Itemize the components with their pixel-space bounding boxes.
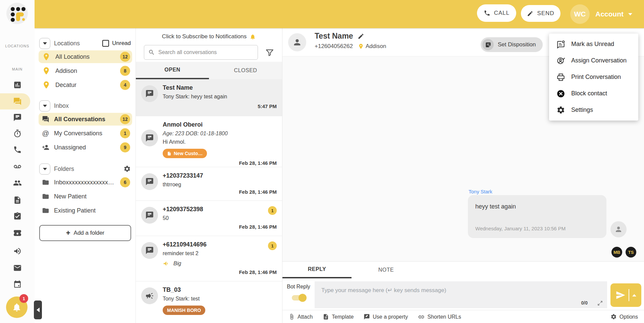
- tab-reply[interactable]: REPLY: [282, 262, 352, 278]
- location-pin-icon: [42, 66, 51, 75]
- location-item-addison[interactable]: Addison 8: [39, 64, 132, 77]
- location-item-all-locations[interactable]: All Locations 12: [39, 50, 132, 63]
- message-input[interactable]: [315, 281, 607, 308]
- voicemail-icon[interactable]: [13, 162, 22, 171]
- unread-count-badge: 1: [268, 206, 277, 215]
- documents-icon[interactable]: [13, 196, 22, 204]
- tab-closed[interactable]: CLOSED: [209, 62, 282, 79]
- search-box[interactable]: [144, 45, 258, 60]
- divider: [629, 289, 629, 301]
- unread-label: Unread: [112, 40, 131, 47]
- calendar-icon[interactable]: [13, 280, 22, 288]
- megaphone-icon: [163, 260, 170, 267]
- send-plane-icon: [615, 290, 626, 300]
- folder-item-inbox[interactable]: Inboxxxxxxxxxxxxxx… 6: [39, 176, 132, 189]
- sms-icon[interactable]: [13, 113, 22, 122]
- folder-item-new-patient[interactable]: New Patient: [39, 190, 132, 203]
- tag-pill[interactable]: New Custo…: [163, 149, 207, 158]
- timer-icon[interactable]: [13, 129, 22, 138]
- folder-item-existing-patient[interactable]: Existing Patient: [39, 204, 132, 217]
- conversation-row[interactable]: +612109414696 reminder test 2 Big Feb 28…: [136, 236, 282, 281]
- inbox-item-my-conversations[interactable]: @ My Conversations 1: [39, 127, 132, 140]
- menu-item-settings[interactable]: Settings: [549, 102, 638, 118]
- conversations-icon[interactable]: [13, 97, 22, 106]
- menu-item-block-contact[interactable]: Block contact: [549, 85, 638, 102]
- printer-icon: [556, 73, 565, 82]
- folder-icon: [42, 193, 49, 200]
- inbox-collapse-button[interactable]: [39, 100, 50, 111]
- conversation-row[interactable]: +12037233147 thtrroeg Feb 28, 1:46 PM: [136, 167, 282, 201]
- conversation-name: +12093752398: [163, 206, 277, 213]
- conversation-row[interactable]: Anmol Oberoi Age: 223 DOB: 01-18-1800 Hi…: [136, 116, 282, 167]
- chevron-down-icon: [43, 105, 47, 107]
- menu-item-assign-conversation[interactable]: Assign Conversation: [549, 52, 638, 69]
- disposition-icon: [482, 39, 494, 50]
- inbox-item-all-conversations[interactable]: All Conversations 12: [39, 113, 132, 126]
- tasks-icon[interactable]: [13, 212, 22, 221]
- collapse-sidebar-handle[interactable]: [34, 301, 42, 319]
- composer-toolbar: Attach Template Use a property Shorten U…: [282, 310, 644, 323]
- rail-locations-label: LOCATIONS: [0, 44, 35, 48]
- conversation-name: Anmol Oberoi: [163, 121, 277, 128]
- subscribe-notifications-banner[interactable]: Click to Subscribe to Notifications: [136, 28, 282, 43]
- tag-pill[interactable]: MANISH BORO: [163, 306, 205, 315]
- locations-collapse-button[interactable]: [39, 38, 50, 49]
- send-message-button[interactable]: SEND: [521, 5, 560, 22]
- conversation-preview: reminder test 2: [163, 250, 277, 257]
- conversation-preview: Tony Stark: test: [163, 296, 277, 302]
- mail-icon[interactable]: [13, 264, 22, 272]
- tab-open[interactable]: OPEN: [136, 62, 209, 79]
- edit-pencil-icon[interactable]: [358, 33, 364, 40]
- search-input[interactable]: [158, 49, 254, 55]
- conversation-row[interactable]: +12093752398 50 Feb 28, 1:46 PM 1: [136, 201, 282, 236]
- shorten-urls-button[interactable]: Shorten URLs: [418, 314, 461, 320]
- navigation-panel: Locations Unread All Locations 12 Addiso…: [35, 28, 136, 323]
- chevron-down-icon: [43, 42, 47, 45]
- send-button-label: SEND: [537, 10, 554, 17]
- coupons-icon[interactable]: [13, 229, 22, 237]
- options-button[interactable]: Options: [610, 314, 638, 320]
- phone-icon[interactable]: [13, 145, 22, 154]
- attach-button[interactable]: Attach: [288, 314, 313, 320]
- link-icon: [418, 314, 425, 320]
- folders-collapse-button[interactable]: [39, 164, 50, 175]
- bot-reply-label: Bot Reply: [282, 284, 315, 290]
- analytics-icon[interactable]: [13, 81, 22, 89]
- use-property-button[interactable]: Use a property: [364, 314, 408, 320]
- menu-item-mark-as-unread[interactable]: Mark as Unread: [549, 36, 638, 52]
- account-menu[interactable]: Account: [595, 0, 632, 28]
- bot-reply-toggle[interactable]: [292, 295, 305, 301]
- sender-avatar: [610, 221, 627, 237]
- unread-checkbox[interactable]: [102, 40, 109, 47]
- menu-item-print-conversation[interactable]: Print Conversation: [549, 69, 638, 85]
- filter-icon[interactable]: [265, 48, 274, 57]
- location-pin-icon: [42, 81, 51, 89]
- template-button[interactable]: Template: [323, 314, 354, 320]
- contacts-icon[interactable]: [13, 179, 22, 187]
- rail-main-label: MAIN: [0, 67, 35, 71]
- count-badge: 9: [120, 142, 130, 152]
- count-badge: 6: [120, 177, 130, 187]
- inbox-section-title: Inbox: [54, 102, 69, 109]
- conversation-row[interactable]: TB_03 Tony Stark: test MANISH BORO: [136, 281, 282, 323]
- send-button[interactable]: [610, 283, 641, 307]
- pencil-icon: [527, 10, 533, 17]
- conversation-name: Test Name: [163, 84, 277, 91]
- set-disposition-button[interactable]: Set Disposition: [481, 37, 543, 52]
- inbox-item-unassigned[interactable]: Unassigned 9: [39, 141, 132, 154]
- expand-icon[interactable]: [598, 301, 602, 306]
- conversation-preview: 50: [163, 215, 277, 221]
- icon-rail: LOCATIONS MAIN 1: [0, 0, 35, 323]
- campaign-name: Big: [173, 261, 181, 267]
- conversation-name: +612109414696: [163, 241, 277, 248]
- chat-avatar-icon: [141, 173, 158, 190]
- folder-settings-gear-icon[interactable]: [123, 165, 131, 173]
- user-avatar[interactable]: WC: [570, 4, 590, 24]
- folders-section-title: Folders: [54, 166, 74, 173]
- conversation-row[interactable]: Test Name Tony Stark: heyy test again 5:…: [136, 79, 282, 116]
- campaigns-icon[interactable]: [13, 247, 22, 256]
- call-button[interactable]: CALL: [477, 4, 516, 22]
- tab-note[interactable]: NOTE: [352, 262, 421, 278]
- add-folder-button[interactable]: + Add a folder: [39, 225, 131, 241]
- location-item-decatur[interactable]: Decatur 4: [39, 79, 132, 91]
